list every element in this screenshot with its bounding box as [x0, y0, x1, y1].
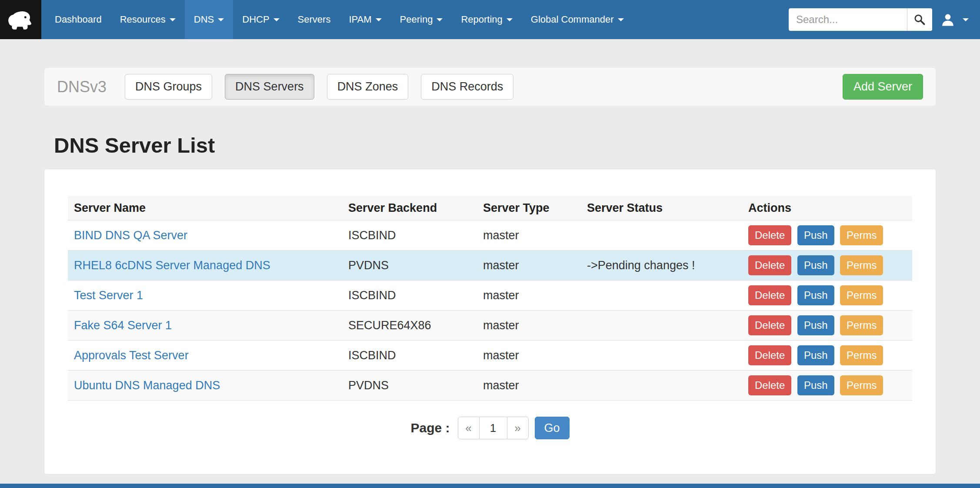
caret-down-icon [376, 18, 382, 21]
server-table: Server Name Server Backend Server Type S… [68, 196, 912, 401]
push-button[interactable]: Push [797, 225, 834, 245]
nav-item-dns[interactable]: DNS [185, 0, 233, 39]
nav-item-label: Global Commander [531, 14, 614, 25]
table-row: Fake S64 Server 1 SECURE64X86 master Del… [68, 311, 912, 341]
server-list-card: Server Name Server Backend Server Type S… [44, 169, 936, 475]
server-name-cell: BIND DNS QA Server [68, 221, 342, 251]
table-row: BIND DNS QA Server ISCBIND master Delete… [68, 221, 912, 251]
page-number-input[interactable] [480, 417, 507, 439]
col-server-backend: Server Backend [342, 196, 477, 221]
go-button[interactable]: Go [535, 417, 570, 439]
server-backend: ISCBIND [342, 281, 477, 311]
search-button[interactable] [907, 8, 932, 31]
caret-down-icon [963, 18, 969, 21]
perms-button[interactable]: Perms [840, 345, 883, 365]
search-group [789, 8, 932, 31]
navbar-items: Dashboard Resources DNS DHCP Servers IPA… [46, 0, 633, 39]
caret-down-icon [218, 18, 224, 21]
actions-cell: Delete Push Perms [742, 281, 912, 311]
server-name-cell: RHEL8 6cDNS Server Managed DNS [68, 251, 342, 281]
subheader-tabs: DNS GroupsDNS ServersDNS ZonesDNS Record… [125, 74, 526, 100]
nav-item-label: Peering [400, 14, 433, 25]
user-icon [941, 13, 955, 27]
server-name-link[interactable]: RHEL8 6cDNS Server Managed DNS [74, 259, 270, 272]
nav-item-label: Dashboard [55, 14, 102, 25]
server-status [581, 281, 742, 311]
perms-button[interactable]: Perms [840, 225, 883, 245]
dns-subheader: DNSv3 DNS GroupsDNS ServersDNS ZonesDNS … [44, 67, 936, 106]
elephant-icon [5, 5, 37, 34]
table-row: Ubuntu DNS Managed DNS PVDNS master Dele… [68, 371, 912, 401]
add-server-button[interactable]: Add Server [843, 74, 923, 100]
push-button[interactable]: Push [797, 255, 834, 275]
nav-item-dashboard[interactable]: Dashboard [46, 0, 111, 39]
server-name-cell: Fake S64 Server 1 [68, 311, 342, 341]
nav-item-ipam[interactable]: IPAM [340, 0, 390, 39]
perms-button[interactable]: Perms [840, 285, 883, 305]
nav-item-label: IPAM [349, 14, 371, 25]
caret-down-icon [618, 18, 624, 21]
table-row: Approvals Test Server ISCBIND master Del… [68, 341, 912, 371]
caret-down-icon [507, 18, 513, 21]
nav-item-global-commander[interactable]: Global Commander [522, 0, 633, 39]
col-server-status: Server Status [581, 196, 742, 221]
server-name-link[interactable]: Fake S64 Server 1 [74, 319, 172, 332]
nav-item-reporting[interactable]: Reporting [452, 0, 521, 39]
server-name-link[interactable]: Approvals Test Server [74, 349, 189, 362]
server-type: master [477, 251, 581, 281]
server-type: master [477, 341, 581, 371]
nav-item-label: Reporting [461, 14, 502, 25]
server-backend: SECURE64X86 [342, 311, 477, 341]
perms-button[interactable]: Perms [840, 315, 883, 335]
next-page-button[interactable]: » [507, 417, 529, 439]
dnsv3-label: DNSv3 [57, 78, 107, 96]
top-navbar: Dashboard Resources DNS DHCP Servers IPA… [0, 0, 980, 39]
col-server-type: Server Type [477, 196, 581, 221]
server-type: master [477, 221, 581, 251]
push-button[interactable]: Push [797, 315, 834, 335]
nav-item-dhcp[interactable]: DHCP [233, 0, 288, 39]
server-table-body: BIND DNS QA Server ISCBIND master Delete… [68, 221, 912, 401]
delete-button[interactable]: Delete [748, 315, 791, 335]
page-title: DNS Server List [44, 134, 936, 157]
search-icon [913, 13, 926, 26]
caret-down-icon [273, 18, 280, 21]
push-button[interactable]: Push [797, 285, 834, 305]
server-name-link[interactable]: Test Server 1 [74, 289, 143, 302]
app-logo[interactable] [0, 0, 41, 39]
perms-button[interactable]: Perms [840, 255, 883, 275]
actions-cell: Delete Push Perms [742, 371, 912, 401]
delete-button[interactable]: Delete [748, 225, 791, 245]
tab-dns-servers[interactable]: DNS Servers [225, 74, 314, 100]
server-status: ->Pending changes ! [581, 251, 742, 281]
tab-dns-groups[interactable]: DNS Groups [125, 74, 212, 100]
nav-item-peering[interactable]: Peering [391, 0, 452, 39]
delete-button[interactable]: Delete [748, 345, 791, 365]
nav-item-servers[interactable]: Servers [289, 0, 340, 39]
navbar-right [789, 0, 980, 39]
col-server-name: Server Name [68, 196, 342, 221]
perms-button[interactable]: Perms [840, 375, 883, 395]
server-status [581, 371, 742, 401]
delete-button[interactable]: Delete [748, 285, 791, 305]
user-menu[interactable] [941, 13, 969, 27]
server-backend: PVDNS [342, 251, 477, 281]
table-header-row: Server Name Server Backend Server Type S… [68, 196, 912, 221]
nav-item-label: DHCP [242, 14, 269, 25]
server-name-link[interactable]: Ubuntu DNS Managed DNS [74, 379, 220, 392]
search-input[interactable] [789, 8, 907, 31]
tab-dns-zones[interactable]: DNS Zones [327, 74, 409, 100]
nav-item-resources[interactable]: Resources [111, 0, 185, 39]
server-name-cell: Ubuntu DNS Managed DNS [68, 371, 342, 401]
prev-page-button[interactable]: « [458, 417, 480, 439]
delete-button[interactable]: Delete [748, 375, 791, 395]
table-row: Test Server 1 ISCBIND master Delete Push… [68, 281, 912, 311]
pagination: Page : « » Go [68, 417, 912, 474]
server-status [581, 221, 742, 251]
tab-dns-records[interactable]: DNS Records [421, 74, 513, 100]
delete-button[interactable]: Delete [748, 255, 791, 275]
server-name-cell: Test Server 1 [68, 281, 342, 311]
server-name-link[interactable]: BIND DNS QA Server [74, 229, 187, 242]
push-button[interactable]: Push [797, 345, 834, 365]
push-button[interactable]: Push [797, 375, 834, 395]
